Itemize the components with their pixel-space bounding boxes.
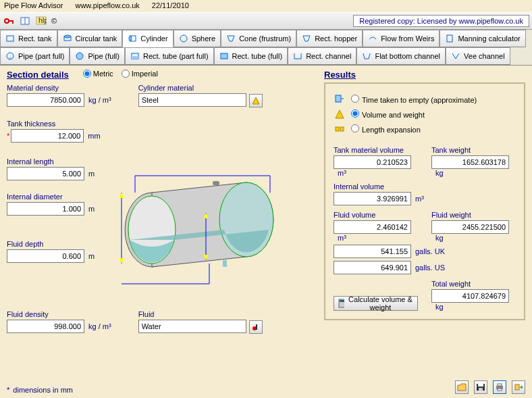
calculate-button[interactable]: Calculate volume & weight (334, 296, 418, 311)
svg-rect-19 (132, 56, 138, 59)
cylinder-material-select[interactable] (138, 93, 246, 107)
tab-vee-channel[interactable]: Vee channel (446, 47, 510, 65)
svg-marker-25 (336, 110, 344, 118)
svg-rect-52 (515, 384, 519, 390)
tab-pipe-full[interactable]: Pipe (full) (70, 47, 124, 65)
galls-us-value (334, 261, 411, 274)
imperial-radio[interactable]: Imperial (122, 70, 158, 78)
registered-label: Registered copy: Licensed by www.pipeflo… (353, 15, 529, 27)
fluid-label: Fluid (138, 310, 263, 318)
internal-vol-value (334, 192, 411, 205)
empty-icon (334, 93, 346, 105)
fluid-density-unit: kg / m³ (88, 322, 111, 330)
export-icon[interactable] (512, 380, 525, 394)
app-url: www.pipeflow.co.uk (75, 1, 139, 11)
opt-len[interactable]: Length expansion (351, 124, 421, 134)
internal-vol-label: Internal volume (334, 182, 516, 191)
tab-flat-channel[interactable]: Flat bottom channel (356, 47, 446, 65)
tab-rect-channel[interactable]: Rect. channel (288, 47, 356, 65)
fluid-depth-unit: m (88, 252, 95, 260)
tab-rect-hopper[interactable]: Rect. hopper (296, 30, 363, 47)
svg-rect-47 (478, 384, 483, 387)
fluid-weight-label: Fluid weight (431, 211, 516, 219)
internal-length-unit: m (88, 170, 95, 178)
main-toolbar: hlp © Registered copy: Licensed by www.p… (0, 12, 532, 30)
required-star: * (7, 132, 9, 140)
svg-marker-31 (119, 193, 124, 198)
app-date: 22/11/2010 (152, 1, 189, 11)
material-density-label: Material density (7, 84, 111, 92)
open-icon[interactable] (455, 380, 469, 394)
svg-rect-48 (479, 388, 483, 391)
tab-cylinder[interactable]: Cylinder (122, 30, 173, 47)
fluid-weight-value (431, 220, 509, 234)
tab-rect-tube-full[interactable]: Rect. tube (full) (214, 47, 288, 65)
svg-rect-44 (213, 181, 219, 185)
results-header: Results (324, 70, 525, 80)
internal-diameter-input[interactable] (7, 202, 84, 216)
tab-cone[interactable]: Cone (frustrum) (221, 30, 296, 47)
opt-volwt[interactable]: Volume and weight (351, 109, 425, 119)
internal-length-input[interactable] (7, 167, 84, 180)
material-density-input[interactable] (7, 93, 84, 107)
tab-rect-tube-part[interactable]: Rect. tube (part full) (125, 47, 214, 65)
tank-thickness-unit: mm (88, 132, 100, 140)
tank-thickness-input[interactable] (11, 129, 84, 143)
fluid-depth-input[interactable] (7, 249, 84, 263)
svg-rect-51 (498, 389, 502, 391)
cylinder-material-label: Cylinder material (138, 84, 263, 92)
svg-point-12 (180, 35, 187, 42)
svg-rect-45 (223, 260, 227, 267)
results-panel: Time taken to empty (approximate) Volume… (324, 82, 525, 320)
svg-marker-21 (252, 97, 259, 104)
material-picker-icon[interactable] (249, 94, 263, 107)
help-icon[interactable]: hlp (35, 15, 47, 27)
copyright-icon[interactable]: © (51, 17, 57, 25)
fluid-density-input[interactable] (7, 320, 84, 333)
svg-rect-26 (336, 127, 339, 131)
svg-rect-50 (498, 384, 502, 386)
book-icon[interactable] (19, 15, 31, 27)
svg-rect-9 (64, 36, 71, 41)
opt-empty[interactable]: Time taken to empty (approximate) (351, 95, 477, 104)
tab-rect-tank[interactable]: Rect. tank (0, 30, 57, 47)
expand-icon (334, 123, 346, 135)
title-bar: Pipe Flow Advisor www.pipeflow.co.uk 22/… (0, 0, 532, 12)
svg-rect-29 (340, 300, 344, 302)
tank-weight-label: Tank weight (431, 146, 516, 154)
tab-circular-tank[interactable]: Circular tank (57, 30, 123, 47)
svg-marker-13 (228, 36, 234, 41)
svg-rect-27 (340, 127, 344, 131)
tab-sphere[interactable]: Sphere (174, 30, 221, 47)
save-icon[interactable] (474, 380, 487, 394)
tab-pipe-part[interactable]: Pipe (part full) (0, 47, 70, 65)
svg-rect-7 (7, 36, 14, 41)
fluid-density-label: Fluid density (7, 310, 111, 318)
svg-rect-24 (336, 95, 341, 102)
metric-radio[interactable]: Metric (83, 70, 113, 78)
svg-point-17 (76, 53, 83, 59)
fluid-picker-icon[interactable] (249, 320, 263, 334)
svg-marker-14 (303, 36, 310, 41)
svg-marker-32 (119, 258, 124, 264)
print-icon[interactable] (493, 380, 506, 394)
total-weight-label: Total weight (431, 280, 516, 288)
shape-tabs: Rect. tank Circular tank Cylinder Sphere… (0, 30, 532, 66)
app-title: Pipe Flow Advisor (4, 1, 63, 11)
svg-rect-15 (447, 35, 452, 42)
svg-rect-2 (12, 20, 14, 24)
material-density-unit: kg / m³ (88, 96, 111, 104)
weight-icon (334, 108, 346, 120)
tab-manning[interactable]: Manning calculator (440, 30, 525, 47)
tank-thickness-label: Tank thickness (7, 120, 317, 128)
fluid-select[interactable] (138, 320, 246, 333)
fluid-vol-value (334, 220, 411, 234)
tank-mat-vol-label: Tank material volume (334, 146, 418, 154)
total-weight-value (431, 289, 509, 303)
tab-flow-weirs[interactable]: Flow from Weirs (363, 30, 440, 47)
key-icon[interactable] (3, 15, 15, 27)
svg-text:hlp: hlp (38, 16, 47, 24)
svg-point-0 (5, 19, 9, 23)
footer-note: * dimensions in mm (7, 386, 73, 394)
svg-rect-20 (221, 53, 228, 59)
